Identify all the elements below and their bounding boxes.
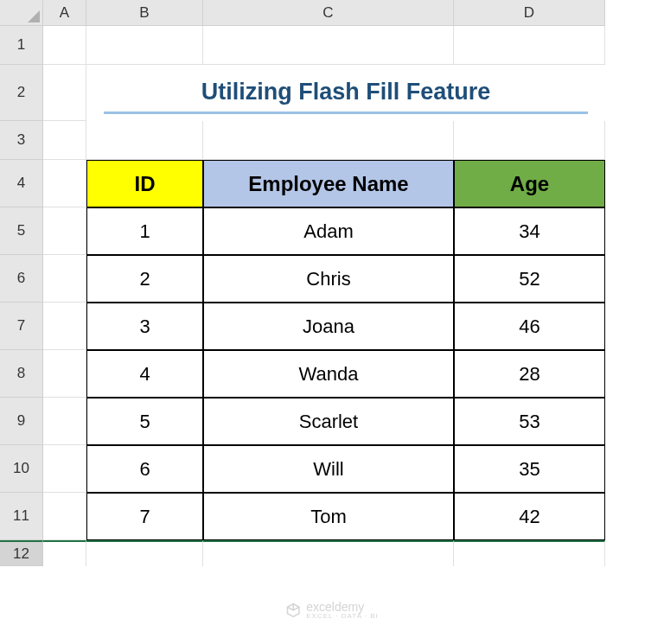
table-row-age[interactable]: 46: [454, 303, 605, 350]
table-row-age[interactable]: 28: [454, 350, 605, 398]
table-row-id[interactable]: 3: [86, 303, 203, 350]
row-header-5[interactable]: 5: [0, 207, 43, 255]
table-header-id[interactable]: ID: [86, 160, 203, 207]
row-header-3[interactable]: 3: [0, 121, 43, 160]
select-all-corner[interactable]: [0, 0, 43, 26]
cell-C12[interactable]: [203, 540, 454, 566]
col-header-B[interactable]: B: [86, 0, 203, 26]
row-header-7[interactable]: 7: [0, 303, 43, 350]
cell-A8[interactable]: [43, 350, 86, 398]
row-header-2[interactable]: 2: [0, 65, 43, 121]
cell-A1[interactable]: [43, 26, 86, 65]
table-row-age[interactable]: 53: [454, 398, 605, 445]
cell-C1[interactable]: [203, 26, 454, 65]
table-row-name[interactable]: Wanda: [203, 350, 454, 398]
table-row-id[interactable]: 4: [86, 350, 203, 398]
table-row-name[interactable]: Adam: [203, 207, 454, 255]
col-header-D[interactable]: D: [454, 0, 605, 26]
col-header-C[interactable]: C: [203, 0, 454, 26]
row-header-12[interactable]: 12: [0, 540, 43, 566]
table-row-name[interactable]: Chris: [203, 255, 454, 303]
row-header-10[interactable]: 10: [0, 445, 43, 493]
table-row-age[interactable]: 52: [454, 255, 605, 303]
cell-A2[interactable]: [43, 65, 86, 121]
table-row-id[interactable]: 2: [86, 255, 203, 303]
cell-A11[interactable]: [43, 493, 86, 540]
row-header-11[interactable]: 11: [0, 493, 43, 540]
page-title: Utilizing Flash Fill Feature: [104, 72, 588, 114]
row-header-1[interactable]: 1: [0, 26, 43, 65]
table-row-id[interactable]: 7: [86, 493, 203, 540]
cell-B1[interactable]: [86, 26, 203, 65]
table-row-name[interactable]: Joana: [203, 303, 454, 350]
cell-C3[interactable]: [203, 121, 454, 160]
cell-B12[interactable]: [86, 540, 203, 566]
table-row-name[interactable]: Scarlet: [203, 398, 454, 445]
row-header-4[interactable]: 4: [0, 160, 43, 207]
watermark-brand: exceldemy: [306, 601, 379, 613]
spreadsheet-grid: A B C D 1 2 Utilizing Flash Fill Feature…: [0, 0, 664, 566]
cube-icon: [285, 603, 301, 618]
row-header-8[interactable]: 8: [0, 350, 43, 398]
cell-A6[interactable]: [43, 255, 86, 303]
table-header-age[interactable]: Age: [454, 160, 605, 207]
cell-A7[interactable]: [43, 303, 86, 350]
table-row-id[interactable]: 6: [86, 445, 203, 493]
watermark: exceldemy EXCEL · DATA · BI: [285, 601, 379, 620]
table-row-age[interactable]: 34: [454, 207, 605, 255]
cell-A3[interactable]: [43, 121, 86, 160]
table-row-name[interactable]: Will: [203, 445, 454, 493]
cell-A12[interactable]: [43, 540, 86, 566]
cell-A9[interactable]: [43, 398, 86, 445]
row-header-6[interactable]: 6: [0, 255, 43, 303]
table-row-id[interactable]: 1: [86, 207, 203, 255]
cell-D1[interactable]: [454, 26, 605, 65]
table-row-age[interactable]: 42: [454, 493, 605, 540]
cell-A5[interactable]: [43, 207, 86, 255]
col-header-A[interactable]: A: [43, 0, 86, 26]
watermark-tagline: EXCEL · DATA · BI: [306, 613, 379, 620]
cell-A10[interactable]: [43, 445, 86, 493]
table-header-name[interactable]: Employee Name: [203, 160, 454, 207]
table-row-age[interactable]: 35: [454, 445, 605, 493]
table-row-id[interactable]: 5: [86, 398, 203, 445]
cell-A4[interactable]: [43, 160, 86, 207]
cell-D12[interactable]: [454, 540, 605, 566]
cell-B3[interactable]: [86, 121, 203, 160]
row-header-9[interactable]: 9: [0, 398, 43, 445]
cell-D3[interactable]: [454, 121, 605, 160]
table-row-name[interactable]: Tom: [203, 493, 454, 540]
